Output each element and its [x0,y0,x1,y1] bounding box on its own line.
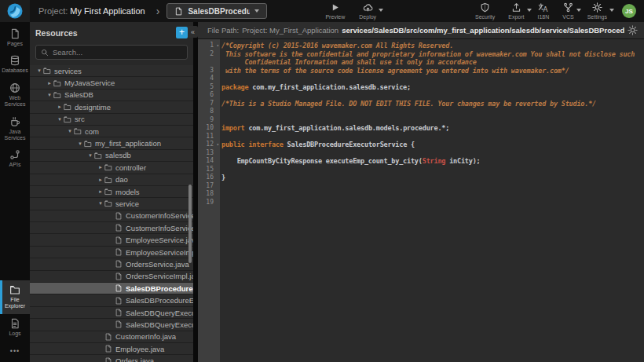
i18n-button[interactable]: AI18N [538,2,550,20]
code-text: public interface SalesDBProcedureExecuto… [217,141,415,149]
tree-file-ordersservice-java[interactable]: OrdersService.java [30,258,193,270]
tree-file-customerinfo-java[interactable]: CustomerInfo.java [30,331,193,343]
file-path-value: services/SalesDB/src/com/my_first_applic… [342,26,624,35]
sidebar-item-apis[interactable]: APIs [0,145,30,172]
topbar-secondary-actions: SecurityExportAI18NVCSSettings JS [475,2,644,20]
file-icon [115,212,123,220]
tree-folder-service[interactable]: ▾service [30,198,193,210]
export-button[interactable]: Export [508,2,524,20]
security-button[interactable]: Security [475,2,495,20]
tree-file-employeeserviceimpl-java[interactable]: EmployeeServiceImpl.java [30,247,193,258]
search-input[interactable] [53,48,182,57]
vcs-button[interactable]: VCS [562,2,573,20]
tree-toggle-icon[interactable]: ▾ [76,141,84,147]
file-icon [115,236,123,244]
tree-file-salesdbqueryexecutorservice-java[interactable]: SalesDBQueryExecutorService.java [30,307,193,319]
code-line: 16} [198,174,644,182]
open-file-dropdown[interactable]: SalesDBProcedureE... [166,3,267,19]
folder-icon [84,140,92,148]
tree-folder-com[interactable]: ▾com [30,126,193,137]
line-number: 6 [198,91,217,100]
tree-file-employeeservice-java[interactable]: EmployeeService.java [30,234,193,246]
sidebar-item-databases[interactable]: Databases [0,51,30,78]
tree-item-label: OrdersService.java [126,260,189,269]
sidebar-more-button[interactable]: ••• [0,341,30,357]
sidebar-item-label: Java Services [3,129,27,142]
file-icon [115,309,123,316]
tree-folder-dao[interactable]: ▸dao [30,174,193,186]
tree-toggle-icon[interactable]: ▸ [97,188,104,195]
tree-item-label: services [54,67,82,75]
wavemaker-logo[interactable] [0,0,30,22]
tree-file-orders-java[interactable]: Orders.java [30,355,193,362]
tree-file-customerinfoservice-java[interactable]: CustomerInfoService.java [30,210,193,222]
settings-button[interactable]: Settings [587,2,607,20]
chevron-right-icon: › [156,5,160,17]
tree-folder-my-first-application[interactable]: ▾my_first_application [30,137,193,149]
api-icon [9,149,20,160]
code-line: 5package com.my_first_application.salesd… [198,83,644,92]
sidebar-item-file-explorer[interactable]: File Explorer [0,280,30,314]
tree-scrollbar[interactable] [188,185,192,263]
tree-item-label: CustomerInfoService.java [126,211,193,220]
tree-file-ordersserviceimpl-java[interactable]: OrdersServiceImpl.java [30,271,193,283]
sidebar-item-java-services[interactable]: Java Services [0,112,30,146]
fold-toggle-icon[interactable]: ▾ [216,42,219,50]
tree-folder-controller[interactable]: ▸controller [30,162,193,174]
tree-toggle-icon[interactable]: ▸ [56,104,64,110]
tree-toggle-icon[interactable]: ▸ [46,80,53,86]
main-area: PagesDatabasesWeb ServicesJava ServicesA… [0,22,644,362]
deploy-button[interactable]: Deploy [359,2,376,20]
tree-file-employee-java[interactable]: Employee.java [30,343,193,355]
code-text: } [217,174,225,182]
file-icon [115,224,123,232]
tree-file-salesdbqueryexecutorserviceimpl-java[interactable]: SalesDBQueryExecutorServiceImpl.java [30,319,193,331]
tree-item-label: models [115,188,140,196]
wavemaker-logo [7,3,23,19]
tree-folder-designtime[interactable]: ▸designtime [30,101,193,113]
code-editor[interactable]: 1▾/*Copyright (c) 2015-2016 wavemaker.co… [198,39,644,362]
tree-folder-salesdb[interactable]: ▾SalesDB [30,90,193,101]
code-line: 10import com.my_first_application.salesd… [198,124,644,133]
sidebar-item-logs[interactable]: Logs [0,314,30,341]
sidebar-item-pages[interactable]: Pages [0,24,30,51]
tree-toggle-icon[interactable]: ▾ [56,116,64,122]
sidebar-item-web-services[interactable]: Web Services [0,79,30,112]
tree-toggle-icon[interactable]: ▾ [46,92,53,98]
tree-item-label: service [115,199,139,208]
tree-file-salesdbprocedureexecutorservice-java[interactable]: SalesDBProcedureExecutorService.java [30,283,193,294]
gear-icon [592,2,602,13]
tree-file-salesdbprocedureexecutorserviceimpl-java[interactable]: SalesDBProcedureExecutorServiceImpl.java [30,294,193,306]
fold-toggle-icon[interactable]: ▾ [216,141,219,149]
user-avatar[interactable]: JS [622,4,636,18]
tree-file-customerinfoserviceimpl-java[interactable]: CustomerInfoServiceImpl.java [30,222,193,234]
tree-folder-salesdb[interactable]: ▾salesdb [30,150,193,162]
tree-toggle-icon[interactable]: ▾ [66,128,74,134]
editor-settings-gear-icon[interactable] [628,25,638,35]
add-resource-button[interactable]: + [176,27,188,38]
tree-toggle-icon[interactable]: ▾ [35,68,43,74]
editor-area: File Path: Project: My_First_Application… [198,22,644,362]
i18n-label: I18N [538,14,550,20]
code-text [217,149,221,158]
tree-toggle-icon[interactable]: ▸ [97,177,104,183]
tree-folder-src[interactable]: ▾src [30,114,193,126]
tree-item-label: EmployeeServiceImpl.java [126,248,193,257]
tree-toggle-icon[interactable]: ▾ [86,152,94,159]
tree-toggle-icon[interactable]: ▸ [97,164,104,170]
line-number: 10 [198,124,217,133]
tree-folder-models[interactable]: ▸models [30,186,193,198]
tree-item-label: SalesDBProcedureExecutorServiceImpl.java [126,296,193,305]
code-line: 4 [198,75,644,83]
line-number: 12▾ [198,141,217,149]
collapse-panel-button[interactable]: « [188,26,198,38]
file-icon [115,284,123,292]
tree-folder-services[interactable]: ▾services [30,65,193,77]
tree-toggle-icon[interactable]: ▾ [97,200,104,207]
open-file-name: SalesDBProcedureE... [188,7,250,16]
document-icon [9,318,20,329]
project-name: My First Application [70,6,145,16]
file-path-project: Project: My_First_Application [242,26,338,35]
preview-button[interactable]: Preview [325,2,345,20]
tree-folder-myjavaservice[interactable]: ▸MyJavaService [30,77,193,89]
